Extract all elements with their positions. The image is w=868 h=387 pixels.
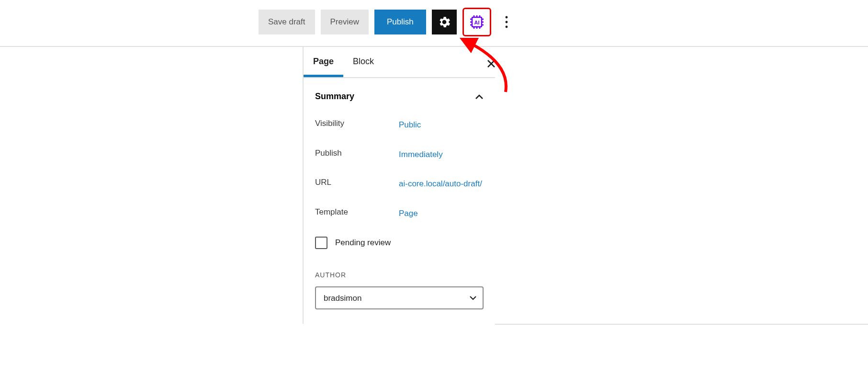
pending-review-checkbox[interactable] <box>315 237 327 249</box>
preview-button[interactable]: Preview <box>321 10 369 34</box>
template-value[interactable]: Page <box>399 207 418 220</box>
ai-chip-icon: AI <box>467 12 486 32</box>
summary-section-toggle[interactable]: Summary <box>304 78 495 110</box>
publish-value[interactable]: Immediately <box>399 148 443 161</box>
gear-icon <box>437 15 451 29</box>
template-row: Template Page <box>304 199 495 228</box>
ai-plugin-button[interactable]: AI <box>462 8 491 36</box>
editor-toolbar: Save draft Preview Publish AI <box>0 0 868 46</box>
publish-row: Publish Immediately <box>304 140 495 170</box>
panel-tabs: Page Block <box>304 47 495 78</box>
summary-title: Summary <box>315 91 354 102</box>
tab-block[interactable]: Block <box>343 47 383 77</box>
visibility-value[interactable]: Public <box>399 119 421 131</box>
svg-point-16 <box>505 26 507 28</box>
svg-text:AI: AI <box>474 20 479 25</box>
more-options-button[interactable] <box>497 10 516 34</box>
save-draft-button[interactable]: Save draft <box>259 10 315 34</box>
pending-review-row: Pending review <box>304 228 495 258</box>
close-icon <box>486 59 496 68</box>
chevron-up-icon <box>475 94 484 100</box>
svg-point-15 <box>505 21 507 23</box>
author-select-wrap: bradsimon <box>315 286 484 309</box>
url-value[interactable]: ai-core.local/auto-draft/ <box>399 178 482 190</box>
tab-page[interactable]: Page <box>304 47 343 77</box>
visibility-row: Visibility Public <box>304 110 495 140</box>
author-select[interactable]: bradsimon <box>315 286 484 309</box>
publish-button[interactable]: Publish <box>374 10 426 34</box>
vertical-dots-icon <box>505 15 508 29</box>
url-label: URL <box>315 178 399 190</box>
settings-button[interactable] <box>432 10 457 34</box>
url-row: URL ai-core.local/auto-draft/ <box>304 169 495 199</box>
close-panel-button[interactable] <box>483 56 500 73</box>
template-label: Template <box>315 207 399 220</box>
pending-review-label: Pending review <box>335 238 391 248</box>
author-section-label: AUTHOR <box>304 258 495 284</box>
svg-point-14 <box>505 16 507 19</box>
settings-panel: Page Block Summary Visibility Public Pub… <box>303 47 495 324</box>
visibility-label: Visibility <box>315 119 399 131</box>
publish-label: Publish <box>315 148 399 161</box>
